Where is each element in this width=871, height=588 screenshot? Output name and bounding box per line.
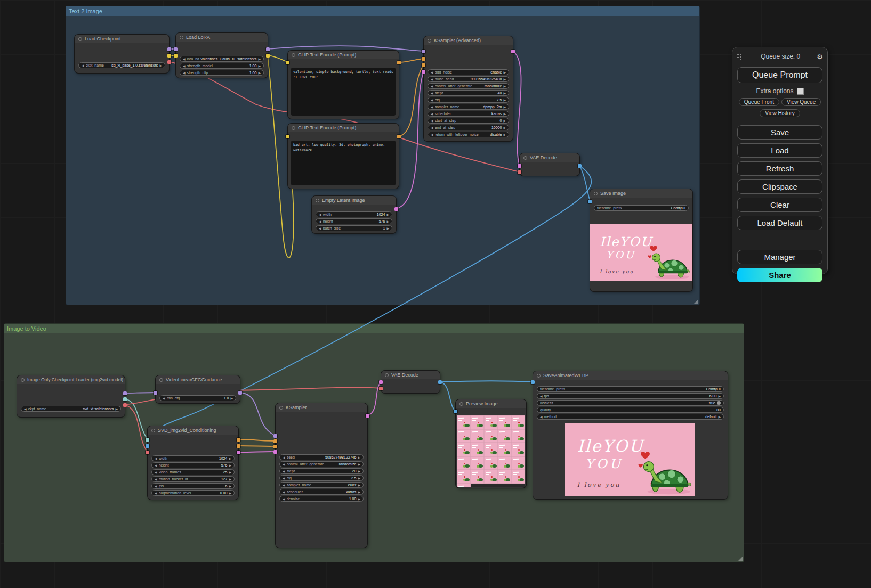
node-ksampler-video[interactable]: KSampler ◀seed508627498122746▶◀control_a… (276, 403, 367, 548)
decrement-arrow-icon[interactable]: ◀ (431, 77, 433, 81)
increment-arrow-icon[interactable]: ▶ (386, 213, 389, 216)
port-clip-output[interactable] (266, 54, 270, 58)
port-clip-vision-input[interactable] (146, 438, 149, 442)
widget-filename_prefix[interactable]: filename_prefixComfyUI (537, 386, 724, 392)
widget-batch_size[interactable]: ◀batch_size1▶ (316, 225, 392, 231)
node-empty-latent-image[interactable]: Empty Latent Image ◀width1024▶◀height576… (312, 196, 396, 233)
port-latent-output[interactable] (511, 50, 515, 53)
decrement-arrow-icon[interactable]: ◀ (163, 396, 165, 400)
port-negative-input[interactable] (273, 445, 277, 448)
decrement-arrow-icon[interactable]: ◀ (431, 105, 433, 109)
port-positive-input[interactable] (422, 57, 425, 61)
queue-front-button[interactable]: Queue Front (739, 98, 779, 106)
increment-arrow-icon[interactable]: ▶ (229, 491, 231, 495)
port-positive-input[interactable] (273, 439, 277, 443)
toggle-dot[interactable] (717, 401, 721, 405)
collapse-dot[interactable] (537, 374, 541, 378)
node-load-lora[interactable]: Load LoRA ◀lora_nameValentines_Cards_XL.… (176, 33, 268, 78)
port-clip-input[interactable] (286, 135, 289, 138)
increment-arrow-icon[interactable]: ▶ (229, 484, 231, 488)
widget-lossless[interactable]: losslesstrue (537, 400, 724, 406)
decrement-arrow-icon[interactable]: ◀ (155, 463, 157, 467)
widget-start_at_step[interactable]: ◀start_at_step0▶ (428, 118, 509, 124)
decrement-arrow-icon[interactable]: ◀ (82, 63, 84, 67)
collapse-dot[interactable] (523, 156, 527, 160)
extra-options-checkbox[interactable] (797, 88, 804, 95)
increment-arrow-icon[interactable]: ▶ (229, 463, 231, 467)
decrement-arrow-icon[interactable]: ◀ (155, 484, 157, 488)
widget-fps[interactable]: ◀fps6.00▶ (537, 393, 724, 399)
decrement-arrow-icon[interactable]: ◀ (431, 126, 433, 129)
decrement-arrow-icon[interactable]: ◀ (155, 456, 157, 460)
widget-ckpt_name[interactable]: ◀ckpt_namesvd_xt.safetensors▶ (21, 406, 121, 412)
decrement-arrow-icon[interactable]: ◀ (283, 455, 285, 459)
port-positive-output[interactable] (237, 438, 240, 442)
group-image2video-header[interactable]: Image to Video (4, 324, 744, 333)
port-latent-input[interactable] (273, 450, 277, 454)
decrement-arrow-icon[interactable]: ◀ (431, 70, 433, 74)
group-text2image-header[interactable]: Text 2 Image (66, 6, 699, 16)
port-samples-input[interactable] (518, 164, 521, 168)
widget-seed[interactable]: ◀seed508627498122746▶ (279, 454, 364, 460)
queue-prompt-button[interactable]: Queue Prompt (737, 67, 822, 83)
widget-scheduler[interactable]: ◀schedulerkarras▶ (279, 489, 364, 495)
port-model-output[interactable] (266, 47, 270, 51)
port-latent-output[interactable] (237, 451, 240, 454)
port-model-input[interactable] (154, 391, 157, 395)
view-queue-button[interactable]: View Queue (781, 98, 821, 106)
increment-arrow-icon[interactable]: ▶ (358, 462, 360, 466)
port-model-output[interactable] (123, 391, 127, 395)
widget-cfg[interactable]: ◀cfg2.5▶ (279, 475, 364, 481)
widget-width[interactable]: ◀width1024▶ (151, 455, 235, 461)
group-resize-handle[interactable] (694, 299, 698, 304)
port-vae-input[interactable] (379, 387, 383, 390)
collapse-dot[interactable] (279, 406, 283, 410)
increment-arrow-icon[interactable]: ▶ (503, 70, 506, 74)
increment-arrow-icon[interactable]: ▶ (386, 226, 389, 230)
widget-augmentation_level[interactable]: ◀augmentation_level0.00▶ (151, 490, 235, 496)
port-model-input[interactable] (174, 47, 178, 51)
collapse-dot[interactable] (180, 36, 183, 39)
decrement-arrow-icon[interactable]: ◀ (155, 491, 157, 495)
port-negative-input[interactable] (422, 63, 425, 67)
share-button[interactable]: Share (737, 268, 822, 282)
port-model-output[interactable] (238, 391, 242, 395)
port-clip-input[interactable] (286, 61, 289, 64)
port-model-output[interactable] (167, 47, 171, 51)
increment-arrow-icon[interactable]: ▶ (229, 477, 231, 481)
node-svd-img2vid-conditioning[interactable]: SVD_img2vid_Conditioning ◀width1024▶◀hei… (148, 426, 238, 500)
widget-motion_bucket_id[interactable]: ◀motion_bucket_id127▶ (151, 476, 235, 482)
collapse-dot[interactable] (292, 126, 295, 130)
widget-sampler_name[interactable]: ◀sampler_nameeuler▶ (279, 482, 364, 488)
port-model-input[interactable] (422, 50, 425, 53)
port-latent-input[interactable] (422, 70, 425, 74)
port-negative-output[interactable] (237, 444, 240, 448)
port-images-input[interactable] (454, 410, 457, 413)
increment-arrow-icon[interactable]: ▶ (503, 112, 506, 116)
increment-arrow-icon[interactable]: ▶ (229, 456, 231, 460)
increment-arrow-icon[interactable]: ▶ (258, 57, 261, 61)
widget-width[interactable]: ◀width1024▶ (316, 211, 392, 217)
port-vae-output[interactable] (167, 60, 171, 64)
widget-strength_model[interactable]: ◀strength_model1.00▶ (180, 63, 264, 69)
collapse-dot[interactable] (385, 373, 389, 377)
increment-arrow-icon[interactable]: ▶ (503, 126, 506, 129)
decrement-arrow-icon[interactable]: ◀ (183, 64, 186, 68)
widget-video_frames[interactable]: ◀video_frames25▶ (151, 469, 235, 475)
port-conditioning-output[interactable] (397, 61, 401, 64)
increment-arrow-icon[interactable]: ▶ (115, 407, 118, 411)
decrement-arrow-icon[interactable]: ◀ (283, 469, 285, 473)
node-save-image[interactable]: Save Image filename_prefixComfyUI IleYOU… (590, 189, 692, 291)
widget-fps[interactable]: ◀fps6▶ (151, 483, 235, 489)
collapse-dot[interactable] (459, 402, 463, 406)
port-vae-input[interactable] (518, 170, 521, 174)
decrement-arrow-icon[interactable]: ◀ (183, 71, 186, 75)
group-resize-handle[interactable] (738, 557, 743, 561)
port-image-output[interactable] (438, 380, 442, 384)
widget-control_after_generate[interactable]: ◀control_after_generaterandomize▶ (279, 461, 364, 467)
widget-height[interactable]: ◀height576▶ (316, 218, 392, 224)
decrement-arrow-icon[interactable]: ◀ (283, 483, 285, 487)
node-graph-canvas[interactable]: Text 2 Image Image to Video (0, 0, 871, 588)
node-vae-decode-video[interactable]: VAE Decode (381, 371, 440, 393)
increment-arrow-icon[interactable]: ▶ (358, 455, 360, 459)
